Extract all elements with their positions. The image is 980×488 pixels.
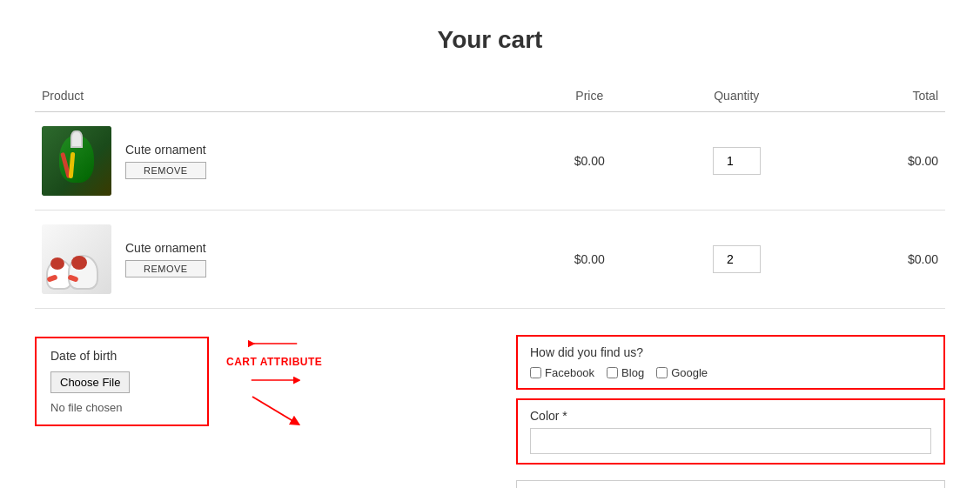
no-file-text: No file chosen — [50, 401, 122, 414]
color-select-row[interactable]: ⌄ — [516, 480, 945, 488]
find-us-box: How did you find us? Facebook Blog Googl… — [516, 335, 945, 390]
date-of-birth-box: Date of birth Choose File No file chosen — [35, 337, 209, 426]
find-us-title: How did you find us? — [530, 345, 931, 359]
quantity-input[interactable] — [713, 245, 761, 273]
total-cell: $0.00 — [822, 112, 945, 211]
product-name: Cute ornament — [125, 241, 206, 255]
price-cell: $0.00 — [528, 211, 651, 309]
checkbox-blog-label: Blog — [621, 366, 644, 379]
product-cell: Cute ornament REMOVE — [35, 211, 528, 309]
checkbox-google-label: Google — [671, 366, 708, 379]
col-header-product: Product — [35, 80, 528, 112]
checkbox-facebook-label: Facebook — [545, 366, 594, 379]
checkbox-facebook-input[interactable] — [530, 367, 541, 378]
quantity-cell[interactable] — [651, 112, 822, 211]
product-cell: Cute ornament REMOVE — [35, 112, 528, 211]
price-cell: $0.00 — [528, 112, 651, 211]
remove-button[interactable]: REMOVE — [125, 162, 206, 179]
arrow-down-right-icon — [248, 392, 300, 427]
product-info: Cute ornament REMOVE — [125, 241, 206, 277]
choose-file-button[interactable]: Choose File — [50, 371, 130, 393]
checkbox-blog-input[interactable] — [607, 367, 618, 378]
checkbox-facebook[interactable]: Facebook — [530, 366, 594, 379]
quantity-input[interactable] — [713, 147, 761, 175]
checkbox-google-input[interactable] — [656, 367, 668, 378]
total-cell: $0.00 — [822, 211, 945, 309]
cart-attribute-right: How did you find us? Facebook Blog Googl… — [516, 335, 945, 488]
cart-table: Product Price Quantity Total Cute orname… — [35, 80, 945, 309]
col-header-quantity: Quantity — [651, 80, 822, 112]
cart-row-2: Cute ornament REMOVE $0.00 $0.00 — [35, 211, 945, 309]
color-title: Color * — [530, 409, 931, 423]
cart-row-1: Cute ornament REMOVE $0.00 $0.00 — [35, 112, 945, 211]
product-thumbnail — [42, 126, 111, 196]
checkbox-google[interactable]: Google — [656, 366, 708, 379]
find-us-checkboxes: Facebook Blog Google — [530, 366, 931, 379]
cart-attribute-arrows: CART ATTRIBUTE — [226, 335, 322, 427]
color-box: Color * — [516, 398, 945, 465]
svg-line-2 — [252, 397, 296, 423]
bottom-section: Date of birth Choose File No file chosen — [35, 335, 945, 488]
quantity-cell[interactable] — [651, 211, 822, 309]
cart-attribute-label: CART ATTRIBUTE — [226, 356, 322, 368]
col-header-total: Total — [822, 80, 945, 112]
remove-button[interactable]: REMOVE — [125, 260, 206, 277]
arrow-left-icon — [248, 335, 300, 352]
cart-attribute-left: Date of birth Choose File No file chosen — [35, 335, 464, 427]
product-thumbnail — [42, 224, 111, 294]
product-info: Cute ornament REMOVE — [125, 143, 206, 179]
date-of-birth-label: Date of birth — [50, 349, 193, 363]
product-name: Cute ornament — [125, 143, 206, 157]
arrow-right-icon — [248, 371, 300, 389]
color-input[interactable] — [530, 428, 931, 454]
checkbox-blog[interactable]: Blog — [607, 366, 644, 379]
page-title: Your cart — [35, 26, 945, 54]
col-header-price: Price — [528, 80, 651, 112]
